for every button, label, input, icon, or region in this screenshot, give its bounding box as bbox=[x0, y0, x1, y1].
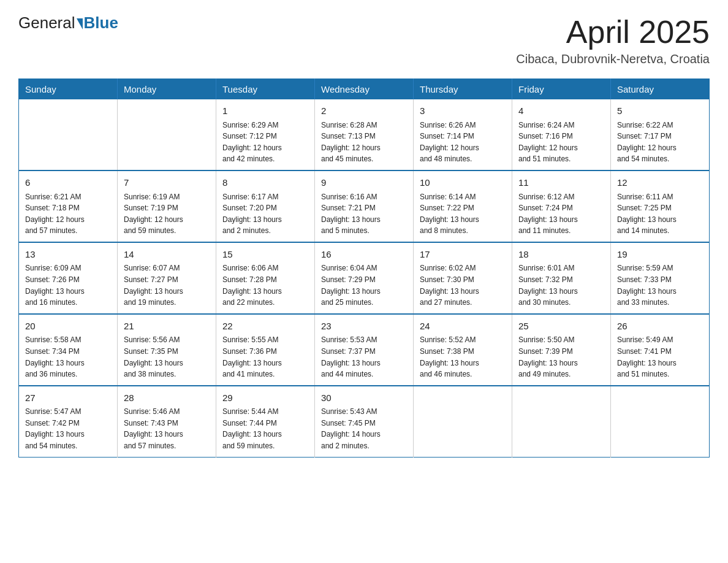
day-info: Sunrise: 6:28 AM Sunset: 7:13 PM Dayligh… bbox=[321, 120, 407, 165]
calendar-day-cell bbox=[611, 386, 710, 457]
day-number: 16 bbox=[321, 248, 407, 262]
calendar-day-cell: 24Sunrise: 5:52 AM Sunset: 7:38 PM Dayli… bbox=[414, 314, 512, 386]
calendar-day-cell: 25Sunrise: 5:50 AM Sunset: 7:39 PM Dayli… bbox=[512, 314, 611, 386]
day-number: 25 bbox=[518, 320, 604, 334]
day-number: 12 bbox=[617, 176, 703, 190]
calendar-week-row: 20Sunrise: 5:58 AM Sunset: 7:34 PM Dayli… bbox=[19, 314, 710, 386]
day-info: Sunrise: 5:56 AM Sunset: 7:35 PM Dayligh… bbox=[124, 334, 210, 380]
day-number: 29 bbox=[222, 391, 308, 405]
day-info: Sunrise: 6:07 AM Sunset: 7:27 PM Dayligh… bbox=[124, 262, 210, 308]
day-info: Sunrise: 5:53 AM Sunset: 7:37 PM Dayligh… bbox=[321, 334, 407, 380]
calendar-day-cell: 26Sunrise: 5:49 AM Sunset: 7:41 PM Dayli… bbox=[611, 314, 710, 386]
day-number: 30 bbox=[321, 391, 407, 405]
day-of-week-header: Friday bbox=[512, 79, 611, 100]
calendar-day-cell bbox=[414, 386, 512, 457]
title-block: April 2025 Cibaca, Dubrovnik-Neretva, Cr… bbox=[516, 15, 710, 66]
day-info: Sunrise: 5:50 AM Sunset: 7:39 PM Dayligh… bbox=[518, 334, 604, 380]
day-info: Sunrise: 5:58 AM Sunset: 7:34 PM Dayligh… bbox=[25, 334, 111, 380]
day-number: 17 bbox=[420, 248, 506, 262]
calendar-day-cell bbox=[118, 99, 216, 170]
page-header: General Blue April 2025 Cibaca, Dubrovni… bbox=[18, 15, 710, 66]
day-number: 4 bbox=[518, 104, 604, 118]
calendar-day-cell: 16Sunrise: 6:04 AM Sunset: 7:29 PM Dayli… bbox=[315, 242, 414, 314]
day-info: Sunrise: 6:12 AM Sunset: 7:24 PM Dayligh… bbox=[518, 191, 604, 237]
day-number: 6 bbox=[25, 176, 111, 190]
day-number: 19 bbox=[617, 248, 703, 262]
calendar-day-cell: 29Sunrise: 5:44 AM Sunset: 7:44 PM Dayli… bbox=[216, 386, 315, 457]
day-number: 10 bbox=[420, 176, 506, 190]
calendar-day-cell: 18Sunrise: 6:01 AM Sunset: 7:32 PM Dayli… bbox=[512, 242, 611, 314]
calendar-day-cell: 22Sunrise: 5:55 AM Sunset: 7:36 PM Dayli… bbox=[216, 314, 315, 386]
day-number: 1 bbox=[222, 104, 308, 118]
day-number: 22 bbox=[222, 320, 308, 334]
calendar-day-cell: 20Sunrise: 5:58 AM Sunset: 7:34 PM Dayli… bbox=[19, 314, 118, 386]
day-number: 27 bbox=[25, 391, 111, 405]
day-info: Sunrise: 5:49 AM Sunset: 7:41 PM Dayligh… bbox=[617, 334, 703, 380]
day-of-week-header: Saturday bbox=[611, 79, 710, 100]
day-number: 24 bbox=[420, 320, 506, 334]
day-info: Sunrise: 6:02 AM Sunset: 7:30 PM Dayligh… bbox=[420, 262, 506, 308]
calendar-day-cell bbox=[19, 99, 118, 170]
day-info: Sunrise: 5:46 AM Sunset: 7:43 PM Dayligh… bbox=[124, 406, 210, 451]
calendar-day-cell: 5Sunrise: 6:22 AM Sunset: 7:17 PM Daylig… bbox=[611, 99, 710, 170]
calendar-day-cell: 19Sunrise: 5:59 AM Sunset: 7:33 PM Dayli… bbox=[611, 242, 710, 314]
calendar-week-row: 13Sunrise: 6:09 AM Sunset: 7:26 PM Dayli… bbox=[19, 242, 710, 314]
day-number: 26 bbox=[617, 320, 703, 334]
day-number: 20 bbox=[25, 320, 111, 334]
day-number: 21 bbox=[124, 320, 210, 334]
day-info: Sunrise: 6:17 AM Sunset: 7:20 PM Dayligh… bbox=[222, 191, 308, 237]
calendar-day-cell: 3Sunrise: 6:26 AM Sunset: 7:14 PM Daylig… bbox=[414, 99, 512, 170]
calendar-day-cell: 15Sunrise: 6:06 AM Sunset: 7:28 PM Dayli… bbox=[216, 242, 315, 314]
day-info: Sunrise: 6:14 AM Sunset: 7:22 PM Dayligh… bbox=[420, 191, 506, 237]
calendar-day-cell: 6Sunrise: 6:21 AM Sunset: 7:18 PM Daylig… bbox=[19, 170, 118, 242]
calendar-day-cell: 28Sunrise: 5:46 AM Sunset: 7:43 PM Dayli… bbox=[118, 386, 216, 457]
day-number: 14 bbox=[124, 248, 210, 262]
calendar-day-cell: 2Sunrise: 6:28 AM Sunset: 7:13 PM Daylig… bbox=[315, 99, 414, 170]
day-number: 8 bbox=[222, 176, 308, 190]
calendar-day-cell: 11Sunrise: 6:12 AM Sunset: 7:24 PM Dayli… bbox=[512, 170, 611, 242]
day-info: Sunrise: 5:44 AM Sunset: 7:44 PM Dayligh… bbox=[222, 406, 308, 451]
day-info: Sunrise: 6:24 AM Sunset: 7:16 PM Dayligh… bbox=[518, 120, 604, 165]
logo-general-text: General bbox=[18, 15, 75, 31]
day-number: 5 bbox=[617, 104, 703, 118]
day-number: 11 bbox=[518, 176, 604, 190]
day-number: 9 bbox=[321, 176, 407, 190]
calendar-day-cell: 14Sunrise: 6:07 AM Sunset: 7:27 PM Dayli… bbox=[118, 242, 216, 314]
day-info: Sunrise: 6:16 AM Sunset: 7:21 PM Dayligh… bbox=[321, 191, 407, 237]
day-number: 18 bbox=[518, 248, 604, 262]
day-info: Sunrise: 6:26 AM Sunset: 7:14 PM Dayligh… bbox=[420, 120, 506, 165]
calendar-day-cell: 27Sunrise: 5:47 AM Sunset: 7:42 PM Dayli… bbox=[19, 386, 118, 457]
day-number: 2 bbox=[321, 104, 407, 118]
calendar-week-row: 27Sunrise: 5:47 AM Sunset: 7:42 PM Dayli… bbox=[19, 386, 710, 457]
day-of-week-header: Wednesday bbox=[315, 79, 414, 100]
calendar-header-row: SundayMondayTuesdayWednesdayThursdayFrid… bbox=[19, 79, 710, 100]
calendar-week-row: 1Sunrise: 6:29 AM Sunset: 7:12 PM Daylig… bbox=[19, 99, 710, 170]
day-number: 28 bbox=[124, 391, 210, 405]
day-number: 15 bbox=[222, 248, 308, 262]
calendar-day-cell: 23Sunrise: 5:53 AM Sunset: 7:37 PM Dayli… bbox=[315, 314, 414, 386]
day-info: Sunrise: 6:21 AM Sunset: 7:18 PM Dayligh… bbox=[25, 191, 111, 237]
calendar-week-row: 6Sunrise: 6:21 AM Sunset: 7:18 PM Daylig… bbox=[19, 170, 710, 242]
calendar-subtitle: Cibaca, Dubrovnik-Neretva, Croatia bbox=[516, 52, 710, 66]
day-info: Sunrise: 6:29 AM Sunset: 7:12 PM Dayligh… bbox=[222, 120, 308, 165]
day-info: Sunrise: 5:47 AM Sunset: 7:42 PM Dayligh… bbox=[25, 406, 111, 451]
calendar-day-cell: 30Sunrise: 5:43 AM Sunset: 7:45 PM Dayli… bbox=[315, 386, 414, 457]
logo-arrow-icon bbox=[77, 18, 83, 29]
calendar-table: SundayMondayTuesdayWednesdayThursdayFrid… bbox=[18, 79, 710, 457]
calendar-day-cell: 8Sunrise: 6:17 AM Sunset: 7:20 PM Daylig… bbox=[216, 170, 315, 242]
day-info: Sunrise: 6:11 AM Sunset: 7:25 PM Dayligh… bbox=[617, 191, 703, 237]
calendar-day-cell: 21Sunrise: 5:56 AM Sunset: 7:35 PM Dayli… bbox=[118, 314, 216, 386]
day-info: Sunrise: 5:52 AM Sunset: 7:38 PM Dayligh… bbox=[420, 334, 506, 380]
day-of-week-header: Monday bbox=[118, 79, 216, 100]
day-number: 23 bbox=[321, 320, 407, 334]
day-info: Sunrise: 6:04 AM Sunset: 7:29 PM Dayligh… bbox=[321, 262, 407, 308]
day-number: 3 bbox=[420, 104, 506, 118]
calendar-day-cell: 9Sunrise: 6:16 AM Sunset: 7:21 PM Daylig… bbox=[315, 170, 414, 242]
calendar-day-cell bbox=[512, 386, 611, 457]
calendar-day-cell: 17Sunrise: 6:02 AM Sunset: 7:30 PM Dayli… bbox=[414, 242, 512, 314]
day-info: Sunrise: 6:01 AM Sunset: 7:32 PM Dayligh… bbox=[518, 262, 604, 308]
day-number: 7 bbox=[124, 176, 210, 190]
calendar-day-cell: 4Sunrise: 6:24 AM Sunset: 7:16 PM Daylig… bbox=[512, 99, 611, 170]
day-info: Sunrise: 5:43 AM Sunset: 7:45 PM Dayligh… bbox=[321, 406, 407, 451]
calendar-title: April 2025 bbox=[516, 15, 710, 50]
